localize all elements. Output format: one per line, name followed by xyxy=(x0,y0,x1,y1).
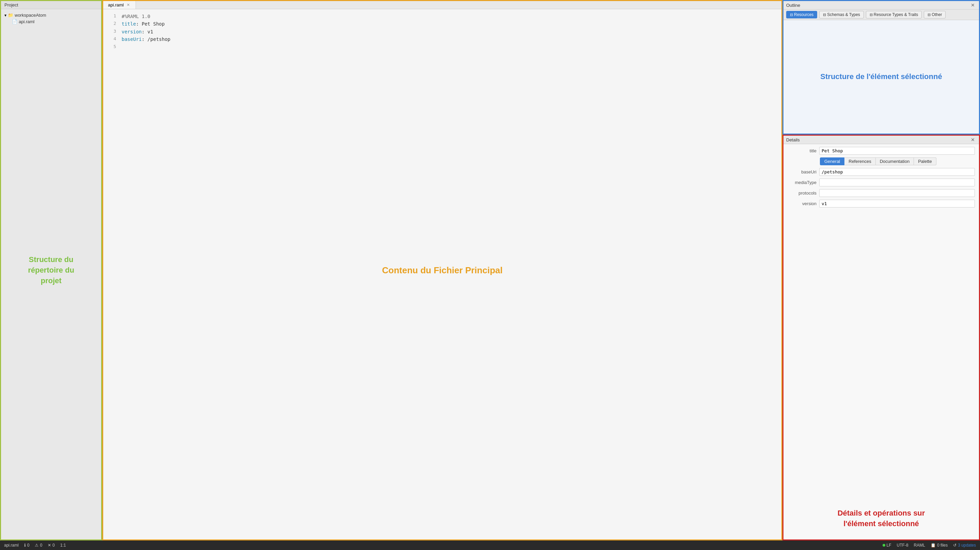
mediatype-input[interactable] xyxy=(819,179,975,187)
outline-tab-resource-types[interactable]: ⊟ Resource Types & Traits xyxy=(866,11,922,18)
title-input[interactable] xyxy=(819,147,975,155)
outline-tab-resources-label: Resources xyxy=(794,12,813,17)
main-area: Project ▾ 📁 workspaceAtom 📄 api.raml Str… xyxy=(0,0,980,540)
outline-panel-header: Outline ✕ xyxy=(783,1,979,10)
status-encoding: UTF-8 xyxy=(897,543,908,548)
detail-tab-references[interactable]: References xyxy=(845,158,875,165)
detail-tab-references-label: References xyxy=(848,159,871,164)
code-line-3: 3 version: v1 xyxy=(103,28,781,35)
status-right: LF UTF-8 RAML 📋 0 files ↺ 3 updates xyxy=(883,543,976,548)
code-text-3: version: v1 xyxy=(122,28,153,35)
line-number-3: 3 xyxy=(106,28,116,35)
baseuri-label: baseUri xyxy=(788,169,816,174)
version-input[interactable] xyxy=(819,200,975,207)
warning-count: 0 xyxy=(40,543,42,548)
title-field: title xyxy=(788,147,975,155)
details-close-button[interactable]: ✕ xyxy=(969,137,976,143)
code-line-4: 4 baseUri: /petshop xyxy=(103,35,781,43)
status-bar: api.raml ℹ 0 ⚠ 0 ✕ 0 1:1 LF UTF-8 RAML 📋… xyxy=(0,540,980,550)
detail-tab-general[interactable]: General xyxy=(820,158,845,165)
outline-tab-schemas[interactable]: ⊟ Schemas & Types xyxy=(819,11,864,18)
version-label: version xyxy=(788,201,816,206)
filter-icon-other: ⊟ xyxy=(928,13,931,17)
outline-tab-bar: ⊟ Resources ⊟ Schemas & Types ⊟ Resource… xyxy=(783,10,979,20)
info-icon: ℹ xyxy=(24,543,26,548)
detail-tab-documentation-label: Documentation xyxy=(880,159,910,164)
updates-count[interactable]: 3 updates xyxy=(958,543,976,548)
connection-dot xyxy=(883,544,885,547)
chevron-down-icon: ▾ xyxy=(5,13,6,18)
status-updates[interactable]: ↺ 3 updates xyxy=(953,543,976,548)
line-number-5: 5 xyxy=(106,43,116,51)
status-connection: LF xyxy=(883,543,891,548)
cursor-position: 1:1 xyxy=(60,543,66,548)
project-tree: ▾ 📁 workspaceAtom 📄 api.raml xyxy=(1,9,101,539)
files-count: 0 files xyxy=(937,543,948,548)
workspace-label: workspaceAtom xyxy=(15,13,46,18)
filter-icon-resources: ⊟ xyxy=(790,13,793,17)
editor-panel: api.raml ✕ 1 #%RAML 1.0 2 title: Pet Sho… xyxy=(102,0,783,540)
project-panel-header: Project xyxy=(1,1,101,9)
filter-icon-types: ⊟ xyxy=(870,13,873,17)
warning-icon: ⚠ xyxy=(35,543,38,548)
tab-close-icon[interactable]: ✕ xyxy=(126,2,131,8)
code-text-2: title: Pet Shop xyxy=(122,20,164,28)
outline-content: Structure de l'élément sélectionné xyxy=(783,20,979,134)
baseuri-field: baseUri xyxy=(788,168,975,176)
details-content: title General References Documentation P… xyxy=(783,144,979,539)
details-panel: Details ✕ title General References Docu xyxy=(783,135,980,540)
line-number-4: 4 xyxy=(106,35,116,43)
editor-content[interactable]: 1 #%RAML 1.0 2 title: Pet Shop 3 version… xyxy=(103,9,781,539)
line-number-1: 1 xyxy=(106,13,116,20)
code-line-5: 5 xyxy=(103,43,781,51)
detail-tab-documentation[interactable]: Documentation xyxy=(876,158,914,165)
outline-tab-other[interactable]: ⊟ Other xyxy=(924,11,946,18)
status-lf: LF xyxy=(887,543,891,548)
status-error: ✕ 0 xyxy=(48,543,55,548)
detail-tab-general-label: General xyxy=(824,159,840,164)
outline-annotation: Structure de l'élément sélectionné xyxy=(820,72,942,82)
project-panel: Project ▾ 📁 workspaceAtom 📄 api.raml Str… xyxy=(0,0,102,540)
status-format: RAML xyxy=(914,543,925,548)
detail-tab-palette[interactable]: Palette xyxy=(914,158,936,165)
updates-icon: ↺ xyxy=(953,543,956,548)
code-text-4: baseUri: /petshop xyxy=(122,35,170,43)
outline-tab-resources[interactable]: ⊟ Resources xyxy=(786,11,817,18)
editor-tab-api-raml[interactable]: api.raml ✕ xyxy=(103,1,136,9)
outline-tab-other-label: Other xyxy=(932,12,942,17)
project-title: Project xyxy=(5,2,18,8)
outline-close-button[interactable]: ✕ xyxy=(969,2,976,8)
protocols-field: protocols xyxy=(788,189,975,197)
line-number-2: 2 xyxy=(106,20,116,28)
detail-tab-palette-label: Palette xyxy=(918,159,932,164)
info-count: 0 xyxy=(27,543,30,548)
outline-tab-schemas-label: Schemas & Types xyxy=(827,12,860,17)
file-icon: 📄 xyxy=(12,19,18,24)
encoding-label: UTF-8 xyxy=(897,543,908,548)
outline-tab-types-label: Resource Types & Traits xyxy=(874,12,918,17)
outline-title: Outline xyxy=(786,3,968,8)
editor-tab-bar: api.raml ✕ xyxy=(103,1,781,9)
details-panel-header: Details ✕ xyxy=(783,136,979,144)
workspace-folder[interactable]: ▾ 📁 workspaceAtom xyxy=(2,12,100,18)
status-file: api.raml xyxy=(4,543,19,548)
baseuri-input[interactable] xyxy=(819,168,975,176)
protocols-input[interactable] xyxy=(819,189,975,197)
format-label: RAML xyxy=(914,543,925,548)
right-panel: Outline ✕ ⊟ Resources ⊟ Schemas & Types … xyxy=(783,0,980,540)
code-text-1: #%RAML 1.0 xyxy=(122,13,150,20)
mediatype-field: mediaType xyxy=(788,179,975,187)
status-file-label: api.raml xyxy=(4,543,19,548)
status-info: ℹ 0 xyxy=(24,543,30,548)
api-raml-file[interactable]: 📄 api.raml xyxy=(2,18,100,25)
error-count: 0 xyxy=(52,543,55,548)
version-field: version xyxy=(788,200,975,207)
status-cursor: 1:1 xyxy=(60,543,66,548)
status-warning: ⚠ 0 xyxy=(35,543,42,548)
folder-icon: 📁 xyxy=(8,13,13,18)
mediatype-label: mediaType xyxy=(788,180,816,185)
details-title: Details xyxy=(786,137,968,142)
status-files: 📋 0 files xyxy=(931,543,948,548)
error-icon: ✕ xyxy=(48,543,51,548)
code-line-2: 2 title: Pet Shop xyxy=(103,20,781,28)
